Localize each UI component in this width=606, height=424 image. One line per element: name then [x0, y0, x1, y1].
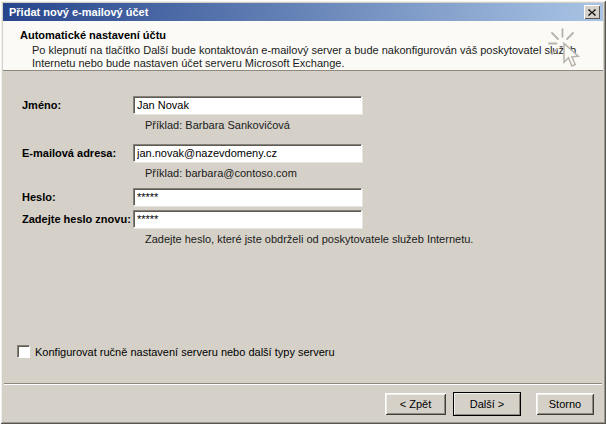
name-input[interactable]: [133, 96, 362, 114]
password-hint: Zadejte heslo, které jste obdrželi od po…: [145, 233, 473, 245]
header-description-line2: Internetu nebo bude nastaven účet server…: [32, 57, 576, 70]
back-button[interactable]: < Zpět: [385, 393, 446, 415]
close-button[interactable]: [584, 5, 600, 19]
titlebar[interactable]: Přidat nový e-mailový účet: [3, 3, 603, 21]
window-title: Přidat nový e-mailový účet: [9, 6, 584, 18]
header-description: Po klepnutí na tlačítko Další bude konta…: [32, 44, 576, 70]
close-icon: [588, 9, 596, 16]
cursor-sparkle-icon: [547, 27, 581, 69]
name-label: Jméno:: [22, 99, 61, 111]
next-button[interactable]: Další >: [453, 392, 521, 416]
header-title: Automatické nastavení účtu: [20, 29, 166, 41]
password-input[interactable]: [133, 188, 362, 206]
password-repeat-input[interactable]: [133, 210, 362, 228]
password-label: Heslo:: [22, 191, 56, 203]
email-input[interactable]: [133, 144, 362, 162]
password-repeat-label: Zadejte heslo znovu:: [22, 213, 131, 225]
manual-config-checkbox[interactable]: [17, 345, 30, 358]
wizard-header: Automatické nastavení účtu Po klepnutí n…: [3, 21, 603, 71]
email-label: E-mailová adresa:: [22, 147, 116, 159]
header-description-line1: Po klepnutí na tlačítko Další bude konta…: [32, 44, 576, 57]
manual-config-label[interactable]: Konfigurovat ručně nastavení serveru neb…: [35, 346, 335, 358]
manual-config-row: Konfigurovat ručně nastavení serveru neb…: [17, 345, 335, 358]
cancel-button[interactable]: Storno: [536, 393, 594, 415]
name-example: Příklad: Barbara Sankovičová: [145, 119, 290, 131]
add-email-account-dialog: Přidat nový e-mailový účet Automatické n…: [0, 0, 606, 424]
email-example: Příklad: barbara@contoso.com: [145, 167, 297, 179]
footer-separator: [4, 383, 602, 385]
